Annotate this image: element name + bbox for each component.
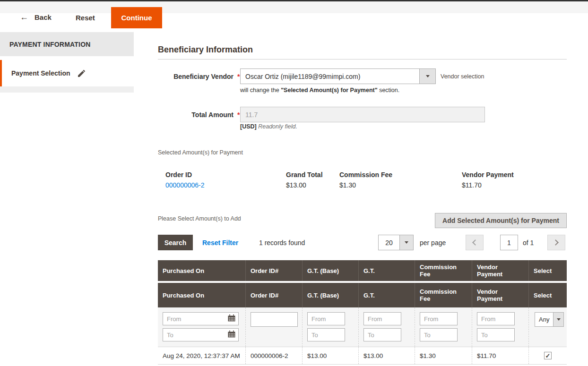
filter-gt-base-to-input[interactable] [307,328,345,341]
total-amount-label: Total Amount [158,111,233,119]
sidebar-item-label: Payment Selection [11,69,70,77]
column-header-gt[interactable]: G.T. [358,260,415,281]
summary-commission-fee-value: $1.30 [339,181,356,189]
filter-date-to[interactable] [163,328,239,341]
calendar-icon[interactable] [228,331,235,339]
column-header-vendor-payment[interactable]: Vendor Payment [472,283,528,307]
total-amount-input[interactable] [240,107,485,122]
chevron-down-icon [557,318,561,321]
sidebar-item-payment-selection[interactable]: Payment Selection [0,60,134,86]
sidebar-section-title: PAYMENT INFORMATION [9,41,91,48]
back-arrow-icon: ← [20,13,28,21]
back-button[interactable]: ← Back [20,13,52,21]
filter-commission-fee [415,307,472,347]
grid-data-row[interactable]: Aug 24, 2020, 12:37:37 AM 000000006-2 $1… [158,347,567,365]
select-arrow-button[interactable] [419,69,435,84]
column-header-gt[interactable]: G.T. [358,283,415,307]
cell-order-id: 000000006-2 [245,347,302,364]
filter-date-to-input[interactable] [167,332,228,339]
row-select-checkbox[interactable]: ✓ [544,352,552,359]
summary-order-id-link[interactable]: 000000006-2 [165,181,205,189]
filter-purchased-on [158,307,245,347]
filter-gt-base-from-input[interactable] [307,312,345,325]
filter-date-from[interactable] [163,312,239,325]
summary-vendor-payment-value: $11.70 [462,181,482,189]
filter-select-any-value: Any [535,313,553,326]
column-header-gt-base[interactable]: G.T. (Base) [302,283,358,307]
cell-select: ✓ [528,347,567,364]
readonly-note: Readonly field. [258,123,297,130]
filter-vendor-payment-to-input[interactable] [477,328,515,341]
vendor-note-prefix: will change the [240,87,281,94]
reset-button-label: Reset [76,14,95,22]
chevron-down-icon [426,75,430,77]
beneficiary-vendor-select[interactable]: Oscar Ortiz (mijile1189@99mimpi.com) [240,68,436,84]
cell-gt: $13.00 [358,347,415,364]
add-selected-amounts-button[interactable]: Add Selected Amount(s) for Payment [435,213,567,228]
filter-select-any[interactable]: Any [535,312,564,327]
vendor-note-bold: "Selected Amount(s) for Payment" [281,87,377,94]
filter-date-from-input[interactable] [167,315,228,323]
add-selected-amounts-label: Add Selected Amount(s) for Payment [442,217,559,224]
column-header-purchased-on[interactable]: Purchased On [158,283,245,307]
column-header-gt-base[interactable]: G.T. (Base) [302,260,358,281]
vendor-note-suffix: section. [378,87,400,94]
current-page-input[interactable] [500,235,518,250]
currency-code: [USD] [240,123,257,130]
column-header-purchased-on[interactable]: Purchased On [158,260,245,281]
column-header-vendor-payment[interactable]: Vendor Payment [472,260,528,281]
filter-commission-fee-to-input[interactable] [420,328,458,341]
grid-hint-label: Please Select Amount(s) to Add [158,215,241,222]
beneficiary-vendor-label-row: Beneficiary Vendor * [158,73,240,80]
page-header-band [0,1,588,13]
column-header-commission-fee[interactable]: Commission Fee [415,283,472,307]
cell-vendor-payment: $11.70 [472,347,528,364]
column-header-order-id[interactable]: Order ID# [245,260,302,281]
page-size-select[interactable]: 20 [378,235,414,250]
filter-gt-to-input[interactable] [363,328,401,341]
search-button-label: Search [164,239,187,247]
filter-select: Any [528,307,567,347]
edit-pencil-icon [78,70,85,77]
summary-grand-total-value: $13.00 [286,181,306,189]
search-button[interactable]: Search [158,235,193,250]
filter-vendor-payment-from-input[interactable] [477,312,515,325]
reset-button[interactable]: Reset [76,14,95,22]
calendar-icon[interactable] [228,315,235,323]
chevron-down-icon [405,241,408,244]
required-asterisk: * [237,73,240,80]
column-header-order-id[interactable]: Order ID# [245,283,302,307]
column-header-select[interactable]: Select [528,260,567,281]
vendor-note-side: Vendor selection [441,73,484,80]
total-pages-label: of 1 [523,239,534,247]
cell-purchased-on: Aug 24, 2020, 12:37:37 AM [158,347,245,364]
column-header-commission-fee[interactable]: Commission Fee [415,260,472,281]
select-arrow-button[interactable] [553,313,563,326]
column-header-select[interactable]: Select [528,283,567,307]
checkmark-icon: ✓ [545,353,551,359]
next-page-button[interactable] [547,235,565,250]
title-divider [158,59,567,60]
filter-gt-from-input[interactable] [363,312,401,325]
grid-header-row-2: Purchased On Order ID# G.T. (Base) G.T. … [158,283,567,307]
page-title: Beneficiary Information [158,45,253,55]
sidebar-section-header: PAYMENT INFORMATION [0,32,134,56]
total-amount-note: [USD] Readonly field. [240,123,297,130]
reset-filter-link[interactable]: Reset Filter [202,239,238,247]
selected-amounts-title: Selected Amount(s) for Payment [158,149,243,156]
required-asterisk: * [237,111,240,119]
filter-order-id [245,307,302,347]
continue-button[interactable]: Continue [111,7,162,28]
previous-page-button[interactable] [466,235,484,250]
select-arrow-button[interactable] [399,235,413,250]
continue-button-label: Continue [121,14,152,22]
summary-col-vendor-payment: Vendor Payment [462,171,514,179]
summary-col-order-id: Order ID [165,171,192,179]
vendor-note-under: will change the "Selected Amount(s) for … [240,87,399,94]
filter-commission-fee-from-input[interactable] [420,312,458,325]
payment-page: ← Back Reset Continue PAYMENT INFORMATIO… [0,0,588,366]
grid-filter-row: Any [158,307,567,347]
filter-gt-base [302,307,358,347]
sidebar-footer-strip [0,86,134,93]
filter-order-id-input[interactable] [251,312,298,327]
